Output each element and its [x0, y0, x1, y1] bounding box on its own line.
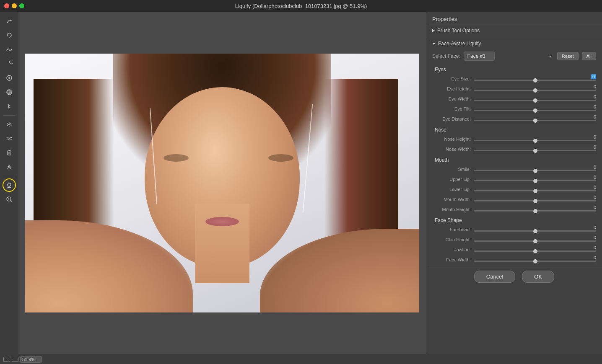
window-title: Liquify (Dollarphotoclubclub_101073231.j… — [235, 3, 367, 9]
panel-footer: Cancel OK — [426, 266, 602, 287]
zoom-indicator: 12.5% 25% 33.3% 50% 51.9% 66.7% 100% 200… — [20, 356, 42, 363]
face-width-control: 0 — [474, 255, 596, 264]
reset-button[interactable]: Reset — [557, 52, 579, 60]
eye-distance-slider[interactable] — [474, 120, 596, 121]
eye-distance-control: 0 — [474, 114, 596, 124]
ok-button[interactable]: OK — [522, 271, 554, 283]
push-left-tool-button[interactable] — [3, 100, 16, 113]
panel-header: Properties — [426, 12, 602, 25]
close-button[interactable] — [4, 3, 9, 8]
svg-rect-4 — [8, 151, 11, 155]
maximize-button[interactable] — [19, 3, 24, 8]
minimize-button[interactable] — [12, 3, 17, 8]
pucker-tool-button[interactable] — [3, 71, 16, 85]
mouth-width-row: Mouth Width: 0 — [432, 195, 596, 204]
canvas-area[interactable] — [18, 12, 426, 354]
nose-width-label: Nose Width: — [432, 147, 474, 152]
face-select-wrapper: Face #1 Face #2 — [464, 52, 554, 61]
fit-screen-icon[interactable] — [3, 357, 10, 362]
eye-width-label: Eye Width: — [432, 96, 474, 101]
eyes-sliders: Eye Size: 0 Eye Height: 0 — [426, 74, 602, 124]
face-select[interactable]: Face #1 Face #2 — [464, 52, 495, 61]
jawline-label: Jawline: — [432, 247, 474, 252]
eye-width-control: 0 — [474, 94, 596, 103]
nose-width-control: 0 — [474, 145, 596, 154]
warp-tool-button[interactable] — [3, 14, 16, 28]
actual-size-icon[interactable] — [12, 357, 18, 362]
eye-tilt-slider[interactable] — [474, 110, 596, 111]
upper-lip-label: Upper Lip: — [432, 177, 474, 182]
face-tool-button[interactable] — [3, 178, 16, 192]
eye-height-slider[interactable] — [474, 90, 596, 91]
face-shape-section-header[interactable]: Face Shape — [426, 215, 602, 225]
status-bar: 12.5% 25% 33.3% 50% 51.9% 66.7% 100% 200… — [0, 354, 602, 364]
toolbar-divider-2 — [3, 176, 15, 176]
mirror-tool-button[interactable] — [3, 118, 16, 131]
brush-tool-options-triangle — [432, 29, 435, 32]
smooth-tool-button[interactable] — [3, 43, 16, 56]
mouth-width-control: 0 — [474, 195, 596, 204]
eye-height-label: Eye Height: — [432, 86, 474, 91]
face-width-slider[interactable] — [474, 261, 596, 262]
eye-size-label: Eye Size: — [432, 76, 474, 81]
eye-width-row: Eye Width: 0 — [432, 94, 596, 103]
lower-lip-control: 0 — [474, 185, 596, 194]
upper-lip-control: 0 — [474, 175, 596, 184]
upper-lip-slider[interactable] — [474, 180, 596, 181]
thaw-mask-tool-button[interactable] — [3, 160, 16, 174]
nose-sliders: Nose Height: 0 Nose Width: 0 — [426, 134, 602, 154]
cancel-button[interactable]: Cancel — [474, 271, 515, 283]
chin-height-slider[interactable] — [474, 240, 596, 242]
smile-slider[interactable] — [474, 170, 596, 171]
brush-tool-options-header[interactable]: Brush Tool Options — [426, 25, 602, 36]
zoom-tool-button[interactable] — [3, 193, 16, 206]
mouth-height-row: Mouth Height: 0 — [432, 205, 596, 214]
forehead-slider[interactable] — [474, 230, 596, 232]
face-aware-liquify-triangle — [432, 43, 436, 45]
eyes-section-header[interactable]: Eyes — [426, 64, 602, 74]
mouth-section-header[interactable]: Mouth — [426, 155, 602, 165]
eye-size-slider[interactable] — [474, 80, 596, 81]
status-bar-icons — [3, 357, 18, 362]
all-button[interactable]: All — [582, 52, 596, 60]
svg-point-5 — [8, 183, 11, 186]
upper-lip-row: Upper Lip: 0 — [432, 175, 596, 184]
turbulence-tool-button[interactable] — [3, 132, 16, 145]
mouth-width-label: Mouth Width: — [432, 197, 474, 202]
nose-label: Nose — [435, 127, 446, 133]
lower-lip-slider[interactable] — [474, 190, 596, 191]
mouth-width-slider[interactable] — [474, 200, 596, 201]
mouth-height-label: Mouth Height: — [432, 207, 474, 212]
mouth-sliders: Smile: 0 Upper Lip: 0 — [426, 165, 602, 214]
eyes-label: Eyes — [435, 67, 446, 72]
select-face-row: Select Face: Face #1 Face #2 Reset All — [426, 49, 602, 64]
mouth-height-slider[interactable] — [474, 210, 596, 212]
left-toolbar — [0, 12, 18, 354]
eye-distance-row: Eye Distance: 0 — [432, 114, 596, 124]
smile-row: Smile: 0 — [432, 165, 596, 174]
freeze-mask-tool-button[interactable] — [3, 146, 16, 160]
nose-height-slider[interactable] — [474, 140, 596, 141]
lower-lip-row: Lower Lip: 0 — [432, 185, 596, 194]
bloat-tool-button[interactable] — [3, 85, 16, 99]
eye-height-row: Eye Height: 0 — [432, 84, 596, 93]
twirl-tool-button[interactable] — [3, 57, 16, 70]
face-shape-sliders: Forehead: 0 Chin Height: 0 — [426, 225, 602, 264]
face-width-label: Face Width: — [432, 257, 474, 262]
nose-section-header[interactable]: Nose — [426, 124, 602, 134]
reconstruct-tool-button[interactable] — [3, 28, 16, 42]
nose-width-slider[interactable] — [474, 150, 596, 151]
face-width-row: Face Width: 0 — [432, 255, 596, 264]
svg-point-1 — [8, 77, 10, 79]
nose-height-control: 0 — [474, 134, 596, 144]
eye-width-slider[interactable] — [474, 100, 596, 101]
face-aware-liquify-label: Face-Aware Liquify — [438, 41, 481, 46]
jawline-slider[interactable] — [474, 250, 596, 252]
zoom-dropdown[interactable]: 12.5% 25% 33.3% 50% 51.9% 66.7% 100% 200… — [20, 356, 42, 363]
lower-lip-label: Lower Lip: — [432, 187, 474, 192]
nose-height-row: Nose Height: 0 — [432, 134, 596, 144]
chin-height-label: Chin Height: — [432, 237, 474, 242]
face-aware-liquify-header[interactable]: Face-Aware Liquify — [426, 38, 602, 49]
brush-tool-options-label: Brush Tool Options — [437, 28, 480, 34]
eye-tilt-row: Eye Tilt: 0 — [432, 104, 596, 114]
